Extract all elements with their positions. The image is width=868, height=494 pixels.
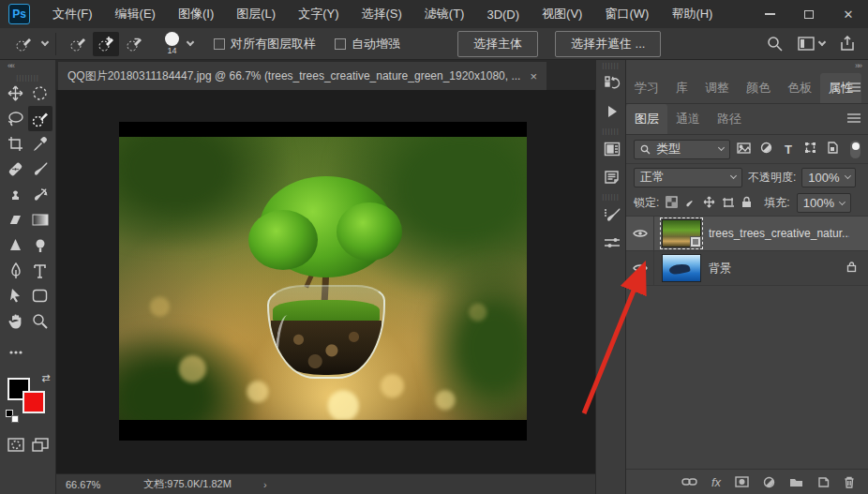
filter-pixel-layers-icon[interactable] [736, 142, 753, 157]
filter-adjustment-layers-icon[interactable] [758, 142, 775, 157]
lock-position-icon[interactable] [703, 196, 715, 210]
clone-stamp-tool[interactable] [4, 182, 28, 207]
pen-tool[interactable] [4, 258, 28, 283]
layer-row-trees[interactable]: trees_trees_creative_natur... [626, 217, 868, 251]
status-options-chevron-icon[interactable]: › [263, 479, 267, 490]
workspace-switcher[interactable] [798, 37, 825, 51]
background-layer-visibility-toggle[interactable] [626, 251, 654, 286]
add-to-selection-mode-button[interactable] [93, 32, 119, 56]
edit-toolbar-button[interactable] [4, 339, 28, 365]
background-color-swatch[interactable] [22, 391, 45, 413]
move-tool[interactable] [4, 81, 28, 106]
lasso-tool[interactable] [4, 106, 28, 131]
opacity-select[interactable]: 100% [801, 168, 856, 187]
dock-grip[interactable]: |||||| [596, 126, 625, 135]
elliptical-marquee-tool[interactable] [28, 81, 52, 106]
menu-image[interactable]: 图像(I) [167, 0, 225, 28]
subtract-from-selection-mode-button[interactable] [121, 32, 147, 56]
tab-layers[interactable]: 图层 [626, 104, 667, 134]
filter-type-layers-icon[interactable]: T [780, 142, 797, 157]
hand-tool[interactable] [4, 308, 28, 334]
select-subject-button[interactable]: 选择主体 [457, 31, 538, 57]
document-close-icon[interactable]: × [530, 69, 537, 83]
tool-preset-chevron-icon[interactable] [41, 38, 49, 46]
tools-grip[interactable]: |||||||| [0, 73, 55, 81]
sample-all-layers-checkbox[interactable] [214, 38, 225, 50]
path-selection-tool[interactable] [4, 283, 28, 308]
lock-transparency-icon[interactable] [666, 196, 678, 210]
trees-layer-thumbnail[interactable] [662, 219, 701, 247]
gradient-tool[interactable] [28, 207, 52, 232]
brush-size-picker[interactable]: 14 [165, 32, 179, 55]
filter-type-select[interactable]: 类型 [634, 140, 730, 159]
new-selection-mode-button[interactable] [65, 32, 91, 56]
zoom-tool[interactable] [28, 308, 52, 334]
auto-enhance-option[interactable]: 自动增强 [335, 36, 400, 52]
layers-panel-menu-icon[interactable] [847, 113, 861, 123]
lock-artboard-icon[interactable] [722, 197, 735, 210]
tab-adjustments[interactable]: 调整 [696, 73, 738, 103]
select-and-mask-button[interactable]: 选择并遮住 ... [555, 31, 661, 57]
tab-libraries[interactable]: 库 [667, 73, 696, 103]
collapse-tools-button[interactable]: «« [0, 60, 55, 73]
libraries-panel-button[interactable] [596, 135, 627, 163]
crop-tool[interactable] [4, 131, 28, 157]
history-brush-tool[interactable] [28, 182, 52, 207]
layer-effects-icon[interactable]: fx [711, 475, 721, 489]
add-layer-mask-icon[interactable] [735, 476, 749, 487]
menu-3d[interactable]: 3D(D) [475, 0, 531, 28]
tool-preset-button[interactable] [10, 32, 37, 56]
link-layers-icon[interactable] [681, 477, 697, 487]
quick-mask-button[interactable] [4, 432, 28, 457]
quick-selection-tool[interactable] [28, 106, 52, 131]
rectangle-tool[interactable] [28, 283, 52, 308]
background-layer-thumbnail[interactable] [662, 254, 701, 282]
screen-mode-button[interactable] [28, 432, 52, 457]
menu-layer[interactable]: 图层(L) [225, 0, 287, 28]
tab-paths[interactable]: 路径 [709, 104, 750, 134]
background-layer-name[interactable]: 背景 [709, 261, 731, 277]
document-tab[interactable]: QQ图片20180311184447.jpg @ 66.7% (trees_tr… [58, 62, 546, 90]
canvas-image[interactable] [119, 122, 527, 441]
maximize-button[interactable] [789, 0, 829, 28]
adjustment-layer-icon[interactable] [763, 476, 775, 488]
tab-learn[interactable]: 学习 [626, 73, 667, 103]
close-button[interactable]: ✕ [829, 0, 868, 28]
brush-size-chevron-icon[interactable] [187, 38, 194, 46]
zoom-level[interactable]: 66.67% [66, 479, 100, 490]
lock-all-icon[interactable] [741, 196, 752, 210]
filter-on-off-toggle[interactable] [850, 141, 861, 158]
menu-view[interactable]: 视图(V) [531, 0, 593, 28]
auto-enhance-checkbox[interactable] [335, 38, 346, 50]
eyedropper-tool[interactable] [28, 131, 52, 157]
tab-channels[interactable]: 通道 [667, 104, 709, 134]
menu-type[interactable]: 文字(Y) [287, 0, 350, 28]
lock-image-icon[interactable] [684, 196, 696, 210]
menu-help[interactable]: 帮助(H) [660, 0, 724, 28]
eraser-tool[interactable] [4, 207, 28, 232]
brush-tool[interactable] [28, 157, 52, 182]
history-panel-button[interactable] [596, 69, 627, 97]
new-layer-icon[interactable] [817, 476, 830, 488]
brush-settings-panel-button[interactable] [596, 201, 627, 229]
minimize-button[interactable] [750, 0, 789, 28]
spot-healing-brush-tool[interactable] [4, 157, 28, 182]
tab-color[interactable]: 颜色 [738, 73, 779, 103]
expand-panels-button[interactable]: »» [626, 60, 868, 73]
filter-shape-layers-icon[interactable] [802, 142, 819, 157]
notes-panel-button[interactable] [596, 163, 627, 191]
fill-select[interactable]: 100% [797, 193, 851, 213]
sample-all-layers-option[interactable]: 对所有图层取样 [214, 36, 316, 52]
share-icon[interactable] [840, 36, 855, 52]
search-icon[interactable] [767, 36, 783, 52]
sharpen-tool[interactable] [4, 232, 28, 258]
dodge-tool[interactable] [28, 232, 52, 258]
menu-file[interactable]: 文件(F) [41, 0, 104, 28]
panel-menu-icon[interactable] [847, 82, 861, 92]
actions-panel-button[interactable] [596, 97, 627, 126]
trees-layer-name[interactable]: trees_trees_creative_natur... [709, 227, 849, 240]
default-colors-icon[interactable] [6, 410, 17, 421]
menu-select[interactable]: 选择(S) [350, 0, 412, 28]
dock-grip[interactable]: |||||| [596, 191, 625, 201]
trees-layer-visibility-toggle[interactable] [626, 217, 654, 251]
